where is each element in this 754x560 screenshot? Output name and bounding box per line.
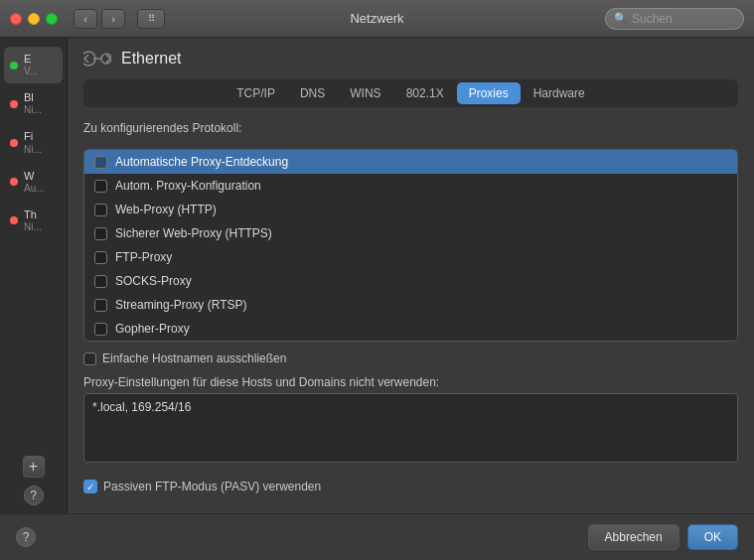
simple-hosts-label: Einfache Hostnamen ausschließen xyxy=(102,351,286,365)
sidebar-item-sub-1: Ni... xyxy=(24,104,42,116)
no-proxy-label: Proxy-Einstellungen für diese Hosts und … xyxy=(83,375,738,389)
protocol-item-3[interactable]: Sicherer Web-Proxy (HTTPS) xyxy=(84,221,737,245)
protocol-item-4[interactable]: FTP-Proxy xyxy=(84,245,737,269)
checkbox-4[interactable] xyxy=(94,251,107,264)
ftp-label: Passiven FTP-Modus (PASV) verwenden xyxy=(103,480,321,493)
forward-button[interactable]: › xyxy=(101,9,125,29)
sidebar-item-3[interactable]: W Au... xyxy=(4,164,63,201)
sidebar-item-label-2: Fi xyxy=(24,130,33,143)
add-network-button[interactable]: + xyxy=(23,456,45,478)
grid-button[interactable]: ⠿ xyxy=(137,9,165,29)
ftp-checkbox[interactable] xyxy=(83,480,97,493)
sidebar: E V... Bl Ni... Fi Ni... W Au... Th Ni..… xyxy=(0,38,68,513)
status-indicator-3 xyxy=(10,178,18,186)
sidebar-item-sub-3: Au... xyxy=(24,183,45,195)
checkbox-1[interactable] xyxy=(94,180,107,193)
sidebar-item-sub-2: Ni... xyxy=(24,144,42,156)
window-title: Netzwerk xyxy=(350,11,403,26)
tab-8021x[interactable]: 802.1X xyxy=(394,82,456,104)
sidebar-item-label-4: Th xyxy=(24,209,37,221)
search-icon: 🔍 xyxy=(614,12,628,25)
panel-title: Ethernet xyxy=(121,50,181,68)
protocol-item-2[interactable]: Web-Proxy (HTTP) xyxy=(84,198,737,221)
sidebar-item-1[interactable]: Bl Ni... xyxy=(4,85,63,122)
panel-header: Ethernet xyxy=(83,50,738,68)
protocol-list: Automatische Proxy-Entdeckung Autom. Pro… xyxy=(83,149,738,342)
sidebar-help-button[interactable]: ? xyxy=(24,486,44,505)
sidebar-item-label-3: W xyxy=(24,170,34,183)
protocol-label-1: Autom. Proxy-Konfiguration xyxy=(115,179,261,193)
ok-button[interactable]: OK xyxy=(687,524,738,550)
checkbox-6[interactable] xyxy=(94,299,107,312)
status-indicator-1 xyxy=(10,100,18,108)
sidebar-item-label-1: Bl xyxy=(24,91,34,104)
no-proxy-section: Proxy-Einstellungen für diese Hosts und … xyxy=(83,375,738,466)
maximize-button[interactable] xyxy=(46,13,58,25)
ftp-row[interactable]: Passiven FTP-Modus (PASV) verwenden xyxy=(83,480,738,493)
sidebar-item-sub-0: V... xyxy=(24,66,38,77)
back-button[interactable]: ‹ xyxy=(74,9,97,29)
tab-wins[interactable]: WINS xyxy=(338,82,392,104)
status-indicator-4 xyxy=(10,216,18,224)
protocol-item-1[interactable]: Autom. Proxy-Konfiguration xyxy=(84,174,737,198)
content-area: Zu konfigurierendes Protokoll: Automatis… xyxy=(83,121,738,501)
protocol-label-0: Automatische Proxy-Entdeckung xyxy=(115,155,288,169)
simple-hosts-checkbox[interactable] xyxy=(83,352,96,365)
protocol-section-label: Zu konfigurierendes Protokoll: xyxy=(83,121,738,135)
sidebar-item-2[interactable]: Fi Ni... xyxy=(4,124,63,161)
protocol-label-7: Gopher-Proxy xyxy=(115,322,190,336)
no-proxy-textarea[interactable]: *.local, 169.254/16 xyxy=(83,393,738,463)
settings-panel: Ethernet TCP/IP DNS WINS 802.1X Proxies … xyxy=(68,38,754,513)
tabs-container: TCP/IP DNS WINS 802.1X Proxies Hardware xyxy=(83,79,738,107)
sidebar-item-label-0: E xyxy=(24,53,31,66)
protocol-label-4: FTP-Proxy xyxy=(115,250,172,264)
protocol-label-5: SOCKS-Proxy xyxy=(115,274,192,288)
protocol-label-6: Streaming-Proxy (RTSP) xyxy=(115,298,246,312)
protocol-item-6[interactable]: Streaming-Proxy (RTSP) xyxy=(84,293,737,317)
main-content: E V... Bl Ni... Fi Ni... W Au... Th Ni..… xyxy=(0,38,754,513)
checkbox-0[interactable] xyxy=(94,156,107,169)
protocol-label-3: Sicherer Web-Proxy (HTTPS) xyxy=(115,226,272,240)
action-buttons: Abbrechen OK xyxy=(588,524,738,550)
bottom-bar: ? Abbrechen OK xyxy=(0,513,754,560)
sidebar-item-0[interactable]: E V... xyxy=(4,47,63,83)
sidebar-item-sub-4: Ni... xyxy=(24,221,42,233)
search-input[interactable] xyxy=(632,12,735,26)
checkbox-3[interactable] xyxy=(94,227,107,240)
help-button[interactable]: ? xyxy=(16,527,36,547)
tab-tcpip[interactable]: TCP/IP xyxy=(225,82,287,104)
minimize-button[interactable] xyxy=(28,13,40,25)
status-indicator-2 xyxy=(10,139,18,147)
titlebar: ‹ › ⠿ Netzwerk 🔍 xyxy=(0,0,754,38)
checkbox-2[interactable] xyxy=(94,204,107,216)
tab-proxies[interactable]: Proxies xyxy=(457,82,521,104)
status-indicator-0 xyxy=(10,62,18,70)
sidebar-bottom: + xyxy=(0,448,67,486)
sidebar-item-4[interactable]: Th Ni... xyxy=(4,203,63,239)
close-button[interactable] xyxy=(10,13,22,25)
cancel-button[interactable]: Abbrechen xyxy=(588,524,679,550)
back-icon[interactable] xyxy=(83,50,111,68)
simple-hosts-row[interactable]: Einfache Hostnamen ausschließen xyxy=(83,351,738,365)
tab-hardware[interactable]: Hardware xyxy=(522,82,597,104)
sidebar-help-area: ? xyxy=(0,486,67,513)
protocol-label-2: Web-Proxy (HTTP) xyxy=(115,203,217,216)
checkbox-5[interactable] xyxy=(94,275,107,288)
traffic-lights xyxy=(10,13,58,25)
checkbox-7[interactable] xyxy=(94,323,107,336)
nav-buttons: ‹ › xyxy=(74,9,125,29)
protocol-item-5[interactable]: SOCKS-Proxy xyxy=(84,269,737,293)
search-box[interactable]: 🔍 xyxy=(605,8,744,30)
protocol-item-0[interactable]: Automatische Proxy-Entdeckung xyxy=(84,150,737,174)
tab-dns[interactable]: DNS xyxy=(288,82,337,104)
protocol-item-7[interactable]: Gopher-Proxy xyxy=(84,317,737,341)
